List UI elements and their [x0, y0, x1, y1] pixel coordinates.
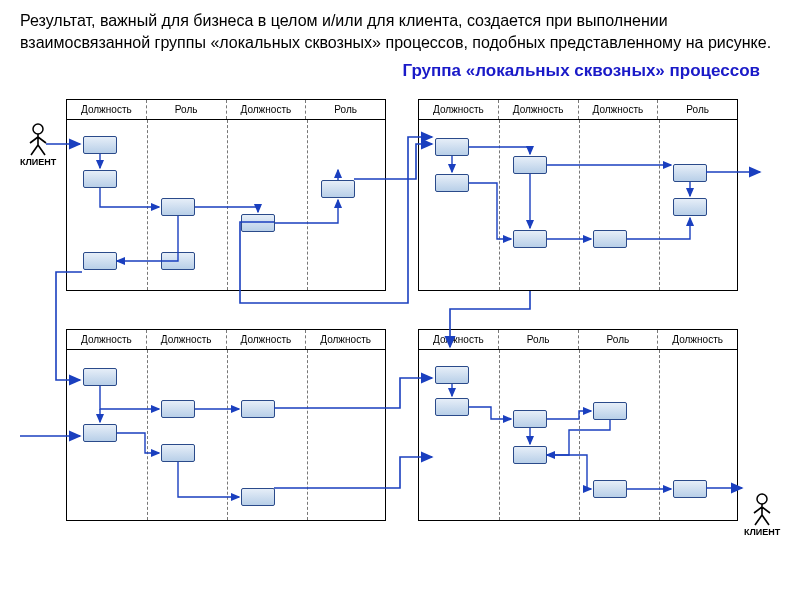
client-right-label: КЛИЕНТ [744, 527, 780, 537]
proc-box [83, 170, 117, 188]
proc-box [513, 230, 547, 248]
proc-box [161, 444, 195, 462]
proc-box [673, 198, 707, 216]
proc-box [83, 368, 117, 386]
diagram-title: Группа «локальных сквозных» процессов [20, 61, 760, 81]
proc-box [161, 198, 195, 216]
proc-box [513, 410, 547, 428]
proc-box [435, 398, 469, 416]
proc-box [241, 400, 275, 418]
proc-box [593, 402, 627, 420]
panel-bl-lane-2: Должность [227, 330, 307, 349]
proc-box [513, 446, 547, 464]
proc-box [241, 214, 275, 232]
proc-box [435, 366, 469, 384]
panel-bl-lane-0: Должность [67, 330, 147, 349]
panel-tl-lane-0: Должность [67, 100, 147, 119]
proc-box [161, 252, 195, 270]
proc-box [83, 136, 117, 154]
proc-box [673, 480, 707, 498]
svg-point-0 [33, 124, 43, 134]
proc-box [161, 400, 195, 418]
panel-bl-lane-3: Должность [306, 330, 385, 349]
intro-text: Результат, важный для бизнеса в целом и/… [20, 10, 780, 53]
panel-br-lane-3: Должность [658, 330, 737, 349]
proc-box [513, 156, 547, 174]
proc-box [435, 138, 469, 156]
proc-box [593, 480, 627, 498]
panel-tr-lane-2: Должность [579, 100, 659, 119]
panel-tr: Должность Должность Должность Роль [418, 99, 738, 291]
client-left-label: КЛИЕНТ [20, 157, 56, 167]
diagram: КЛИЕНТ КЛИЕНТ Должность Роль Должность Р… [20, 87, 780, 557]
client-right-icon: КЛИЕНТ [744, 493, 780, 537]
panel-br-lane-2: Роль [579, 330, 659, 349]
panel-tl: Должность Роль Должность Роль [66, 99, 386, 291]
proc-box [435, 174, 469, 192]
svg-point-1 [757, 494, 767, 504]
panel-tl-lane-2: Должность [227, 100, 307, 119]
proc-box [673, 164, 707, 182]
panel-tr-lane-3: Роль [658, 100, 737, 119]
panel-tr-lane-0: Должность [419, 100, 499, 119]
panel-tl-lane-1: Роль [147, 100, 227, 119]
proc-box [593, 230, 627, 248]
proc-box [241, 488, 275, 506]
proc-box [321, 180, 355, 198]
proc-box [83, 252, 117, 270]
panel-br-lane-1: Роль [499, 330, 579, 349]
panel-bl: Должность Должность Должность Должность [66, 329, 386, 521]
panel-br: Должность Роль Роль Должность [418, 329, 738, 521]
panel-tr-lane-1: Должность [499, 100, 579, 119]
panel-tl-lane-3: Роль [306, 100, 385, 119]
panel-br-lane-0: Должность [419, 330, 499, 349]
panel-bl-lane-1: Должность [147, 330, 227, 349]
client-left-icon: КЛИЕНТ [20, 123, 56, 167]
proc-box [83, 424, 117, 442]
